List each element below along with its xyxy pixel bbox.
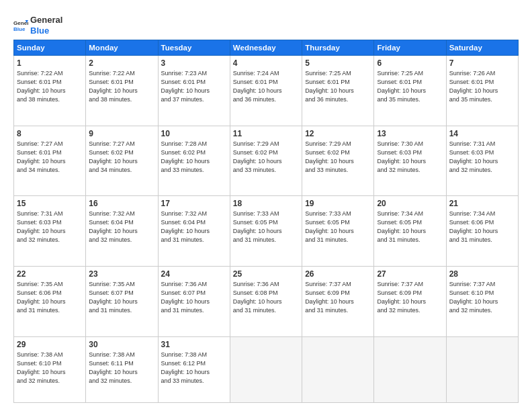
- calendar-cell: 7Sunrise: 7:26 AM Sunset: 6:01 PM Daylig…: [446, 56, 518, 126]
- day-number: 25: [233, 269, 299, 279]
- calendar-cell: 24Sunrise: 7:36 AM Sunset: 6:07 PM Dayli…: [158, 266, 230, 336]
- calendar-cell: 9Sunrise: 7:27 AM Sunset: 6:02 PM Daylig…: [86, 126, 158, 196]
- day-info: Sunrise: 7:38 AM Sunset: 6:12 PM Dayligh…: [161, 351, 227, 385]
- calendar-cell: 17Sunrise: 7:32 AM Sunset: 6:04 PM Dayli…: [158, 196, 230, 267]
- calendar-cell: 11Sunrise: 7:29 AM Sunset: 6:02 PM Dayli…: [230, 126, 302, 196]
- day-info: Sunrise: 7:37 AM Sunset: 6:10 PM Dayligh…: [449, 280, 515, 315]
- calendar-cell: 25Sunrise: 7:36 AM Sunset: 6:08 PM Dayli…: [230, 266, 302, 336]
- day-info: Sunrise: 7:36 AM Sunset: 6:08 PM Dayligh…: [233, 280, 299, 315]
- day-number: 30: [89, 340, 154, 349]
- day-info: Sunrise: 7:27 AM Sunset: 6:01 PM Dayligh…: [17, 140, 83, 175]
- day-number: 13: [377, 129, 443, 138]
- calendar-cell: 26Sunrise: 7:37 AM Sunset: 6:09 PM Dayli…: [302, 266, 374, 336]
- day-number: 19: [305, 199, 371, 208]
- calendar-cell: 8Sunrise: 7:27 AM Sunset: 6:01 PM Daylig…: [14, 126, 86, 196]
- calendar-cell: 1Sunrise: 7:22 AM Sunset: 6:01 PM Daylig…: [14, 56, 86, 126]
- day-info: Sunrise: 7:30 AM Sunset: 6:03 PM Dayligh…: [377, 140, 443, 175]
- calendar-cell: 16Sunrise: 7:32 AM Sunset: 6:04 PM Dayli…: [86, 196, 158, 267]
- day-info: Sunrise: 7:31 AM Sunset: 6:03 PM Dayligh…: [449, 140, 515, 175]
- day-number: 12: [305, 129, 371, 138]
- day-info: Sunrise: 7:24 AM Sunset: 6:01 PM Dayligh…: [233, 69, 299, 104]
- day-number: 1: [17, 58, 83, 68]
- day-info: Sunrise: 7:29 AM Sunset: 6:02 PM Dayligh…: [233, 140, 299, 175]
- day-info: Sunrise: 7:36 AM Sunset: 6:07 PM Dayligh…: [161, 280, 227, 315]
- calendar-cell: 19Sunrise: 7:33 AM Sunset: 6:05 PM Dayli…: [302, 196, 374, 267]
- day-number: 8: [17, 129, 83, 138]
- day-number: 3: [161, 58, 227, 68]
- calendar-week-row: 1Sunrise: 7:22 AM Sunset: 6:01 PM Daylig…: [14, 56, 519, 126]
- calendar-cell: [446, 336, 518, 403]
- day-number: 28: [449, 269, 515, 279]
- calendar-cell: 6Sunrise: 7:25 AM Sunset: 6:01 PM Daylig…: [374, 56, 446, 126]
- calendar-cell: 14Sunrise: 7:31 AM Sunset: 6:03 PM Dayli…: [446, 126, 518, 196]
- calendar-cell: 29Sunrise: 7:38 AM Sunset: 6:10 PM Dayli…: [14, 336, 86, 403]
- calendar-week-row: 15Sunrise: 7:31 AM Sunset: 6:03 PM Dayli…: [14, 196, 519, 267]
- day-number: 4: [233, 58, 299, 68]
- calendar-cell: [230, 336, 302, 403]
- calendar-cell: [374, 336, 446, 403]
- page: General Blue General Blue SundayMondayTu…: [0, 0, 532, 411]
- calendar-cell: 4Sunrise: 7:24 AM Sunset: 6:01 PM Daylig…: [230, 56, 302, 126]
- calendar-cell: 15Sunrise: 7:31 AM Sunset: 6:03 PM Dayli…: [14, 196, 86, 267]
- day-number: 23: [89, 269, 154, 279]
- calendar-week-row: 8Sunrise: 7:27 AM Sunset: 6:01 PM Daylig…: [14, 126, 519, 196]
- calendar-cell: 23Sunrise: 7:35 AM Sunset: 6:07 PM Dayli…: [86, 266, 158, 336]
- day-info: Sunrise: 7:29 AM Sunset: 6:02 PM Dayligh…: [305, 140, 371, 175]
- day-number: 11: [233, 129, 299, 138]
- day-number: 21: [449, 199, 515, 208]
- calendar-cell: 5Sunrise: 7:25 AM Sunset: 6:01 PM Daylig…: [302, 56, 374, 126]
- day-number: 6: [377, 58, 443, 68]
- day-info: Sunrise: 7:38 AM Sunset: 6:11 PM Dayligh…: [89, 351, 154, 385]
- day-info: Sunrise: 7:27 AM Sunset: 6:02 PM Dayligh…: [89, 140, 154, 175]
- weekday-header: Friday: [374, 40, 446, 56]
- calendar-cell: 12Sunrise: 7:29 AM Sunset: 6:02 PM Dayli…: [302, 126, 374, 196]
- day-number: 15: [17, 199, 83, 208]
- day-info: Sunrise: 7:35 AM Sunset: 6:07 PM Dayligh…: [89, 280, 154, 315]
- day-number: 22: [17, 269, 83, 279]
- logo-icon: General Blue: [13, 18, 28, 33]
- weekday-header: Saturday: [446, 40, 518, 56]
- day-info: Sunrise: 7:22 AM Sunset: 6:01 PM Dayligh…: [89, 69, 154, 104]
- logo-general: General: [30, 15, 62, 26]
- calendar-cell: 21Sunrise: 7:34 AM Sunset: 6:06 PM Dayli…: [446, 196, 518, 267]
- day-number: 9: [89, 129, 154, 138]
- calendar-cell: 20Sunrise: 7:34 AM Sunset: 6:05 PM Dayli…: [374, 196, 446, 267]
- day-number: 27: [377, 269, 443, 279]
- weekday-header: Sunday: [14, 40, 86, 56]
- day-number: 29: [17, 340, 83, 349]
- day-info: Sunrise: 7:28 AM Sunset: 6:02 PM Dayligh…: [161, 140, 227, 175]
- day-info: Sunrise: 7:33 AM Sunset: 6:05 PM Dayligh…: [305, 210, 371, 244]
- calendar-header-row: SundayMondayTuesdayWednesdayThursdayFrid…: [14, 40, 519, 56]
- day-info: Sunrise: 7:22 AM Sunset: 6:01 PM Dayligh…: [17, 69, 83, 104]
- calendar-cell: 3Sunrise: 7:23 AM Sunset: 6:01 PM Daylig…: [158, 56, 230, 126]
- day-number: 16: [89, 199, 154, 208]
- day-info: Sunrise: 7:25 AM Sunset: 6:01 PM Dayligh…: [377, 69, 443, 104]
- day-number: 31: [161, 340, 227, 349]
- day-number: 20: [377, 199, 443, 208]
- calendar-cell: 22Sunrise: 7:35 AM Sunset: 6:06 PM Dayli…: [14, 266, 86, 336]
- day-number: 24: [161, 269, 227, 279]
- day-number: 2: [89, 58, 154, 68]
- day-info: Sunrise: 7:31 AM Sunset: 6:03 PM Dayligh…: [17, 210, 83, 244]
- weekday-header: Monday: [86, 40, 158, 56]
- day-info: Sunrise: 7:34 AM Sunset: 6:06 PM Dayligh…: [449, 210, 515, 244]
- calendar-cell: 10Sunrise: 7:28 AM Sunset: 6:02 PM Dayli…: [158, 126, 230, 196]
- day-number: 26: [305, 269, 371, 279]
- day-info: Sunrise: 7:37 AM Sunset: 6:09 PM Dayligh…: [377, 280, 443, 315]
- weekday-header: Tuesday: [158, 40, 230, 56]
- day-number: 7: [449, 58, 515, 68]
- calendar-cell: [302, 336, 374, 403]
- svg-text:Blue: Blue: [13, 26, 26, 32]
- day-info: Sunrise: 7:26 AM Sunset: 6:01 PM Dayligh…: [449, 69, 515, 104]
- weekday-header: Wednesday: [230, 40, 302, 56]
- day-info: Sunrise: 7:33 AM Sunset: 6:05 PM Dayligh…: [233, 210, 299, 244]
- day-number: 18: [233, 199, 299, 208]
- calendar-cell: 30Sunrise: 7:38 AM Sunset: 6:11 PM Dayli…: [86, 336, 158, 403]
- calendar-week-row: 29Sunrise: 7:38 AM Sunset: 6:10 PM Dayli…: [14, 336, 519, 403]
- calendar-table: SundayMondayTuesdayWednesdayThursdayFrid…: [13, 40, 519, 403]
- day-info: Sunrise: 7:37 AM Sunset: 6:09 PM Dayligh…: [305, 280, 371, 315]
- calendar-cell: 13Sunrise: 7:30 AM Sunset: 6:03 PM Dayli…: [374, 126, 446, 196]
- calendar-cell: 2Sunrise: 7:22 AM Sunset: 6:01 PM Daylig…: [86, 56, 158, 126]
- day-number: 5: [305, 58, 371, 68]
- day-info: Sunrise: 7:32 AM Sunset: 6:04 PM Dayligh…: [89, 210, 154, 244]
